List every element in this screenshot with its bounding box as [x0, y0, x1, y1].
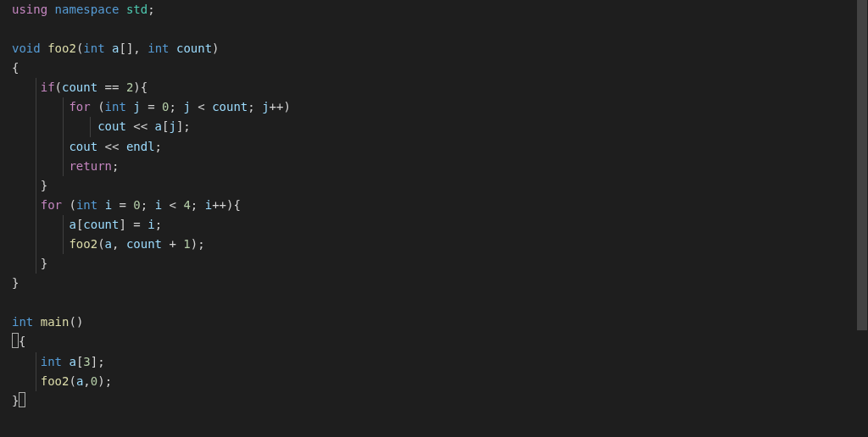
token-var: count [212, 100, 248, 113]
token-op [170, 41, 176, 55]
token-control: for [69, 100, 90, 113]
token-punc: } [12, 276, 19, 290]
code-line[interactable]: for (int j = 0; j < count; j++) [5, 97, 863, 117]
token-paren: ] [91, 355, 97, 368]
token-paren: ] [119, 218, 125, 231]
token-op [12, 100, 69, 113]
code-line[interactable] [5, 293, 863, 313]
code-line[interactable]: { [5, 332, 863, 351]
token-num: 0 [162, 100, 169, 113]
indent-guide [36, 78, 36, 97]
code-line[interactable]: void foo2(int a[], int count) [5, 39, 863, 58]
token-punc: ; [155, 140, 162, 153]
token-var: cout [97, 119, 126, 133]
code-line[interactable]: cout << endl; [5, 137, 863, 157]
token-paren: ) [191, 237, 198, 251]
cursor-selection-end [19, 392, 25, 407]
token-type: int [83, 41, 104, 55]
code-line[interactable]: for (int i = 0; i < 4; i++){ [5, 196, 863, 215]
indent-guide [36, 157, 36, 176]
token-punc: ; [147, 3, 154, 16]
token-punc: ; [198, 237, 204, 251]
token-op: = [126, 218, 147, 231]
scroll-thumb[interactable] [857, 0, 867, 330]
token-kw2: namespace [55, 3, 120, 16]
code-line[interactable]: a[count] = i; [5, 215, 863, 235]
code-line[interactable]: { [5, 58, 863, 78]
code-line[interactable] [5, 19, 863, 39]
token-paren: ) [283, 100, 290, 113]
token-op [41, 41, 47, 55]
code-line[interactable]: if(count == 2){ [5, 78, 863, 97]
token-param: count [176, 41, 212, 55]
indent-guide [36, 137, 36, 157]
token-paren: [] [119, 41, 133, 55]
token-punc: ; [248, 100, 254, 113]
code-line[interactable]: } [5, 176, 863, 196]
token-type: int [41, 355, 62, 368]
token-op: << [126, 119, 155, 133]
token-num: 1 [183, 237, 190, 251]
code-line[interactable]: } [5, 391, 863, 411]
scrollbar[interactable] [856, 0, 868, 437]
token-punc: ; [97, 355, 104, 368]
token-punc: } [41, 179, 47, 192]
token-paren: ) [97, 374, 104, 388]
token-control: return [69, 159, 112, 173]
token-type: int [76, 198, 97, 212]
token-var: count [126, 237, 162, 251]
token-op [255, 100, 262, 113]
code-line[interactable]: foo2(a,0); [5, 372, 863, 391]
token-punc: ; [170, 100, 176, 113]
token-paren: ( [69, 374, 75, 388]
token-type: int [12, 315, 33, 329]
token-var: j [183, 100, 190, 113]
token-op [12, 119, 97, 133]
code-line[interactable]: foo2(a, count + 1); [5, 235, 863, 254]
code-line[interactable]: } [5, 254, 863, 274]
token-punc: { [233, 198, 240, 212]
token-punc: { [12, 61, 19, 75]
token-paren: ( [97, 237, 104, 251]
token-paren: ( [97, 100, 104, 113]
indent-guide [36, 235, 36, 254]
token-num: 0 [91, 374, 97, 388]
token-op [12, 159, 69, 173]
token-namespace: std [126, 3, 147, 16]
token-type: void [12, 41, 41, 55]
code-line[interactable]: using namespace std; [5, 0, 863, 19]
code-line[interactable]: } [5, 274, 863, 293]
token-op [12, 237, 69, 251]
code-editor[interactable]: using namespace std;void foo2(int a[], i… [5, 0, 863, 411]
token-op [91, 100, 97, 113]
token-var: cout [69, 140, 97, 153]
token-op [12, 218, 69, 231]
token-var: a [105, 237, 112, 251]
code-line[interactable]: cout << a[j]; [5, 117, 863, 136]
token-op [47, 3, 54, 16]
token-type: int [147, 41, 169, 55]
indent-guide [63, 215, 64, 235]
token-func: foo2 [47, 41, 76, 55]
code-line[interactable]: return; [5, 157, 863, 176]
token-var: j [262, 100, 269, 113]
token-kw: using [12, 3, 47, 16]
token-paren: ) [133, 80, 140, 94]
token-op: < [162, 198, 183, 212]
indent-guide [63, 117, 64, 136]
code-line[interactable]: int main() [5, 313, 863, 332]
token-var: a [69, 218, 75, 231]
token-op: == [97, 80, 126, 94]
token-punc: , [83, 374, 90, 388]
indent-guide [36, 215, 36, 235]
indent-guide [36, 352, 36, 372]
code-line[interactable]: int a[3]; [5, 352, 863, 372]
token-var: i [105, 198, 112, 212]
token-var: i [205, 198, 212, 212]
indent-guide [90, 117, 91, 136]
token-paren: () [69, 315, 83, 329]
token-op: = [141, 100, 162, 113]
token-op [119, 237, 125, 251]
token-op [198, 198, 204, 212]
token-var: a [69, 355, 75, 368]
